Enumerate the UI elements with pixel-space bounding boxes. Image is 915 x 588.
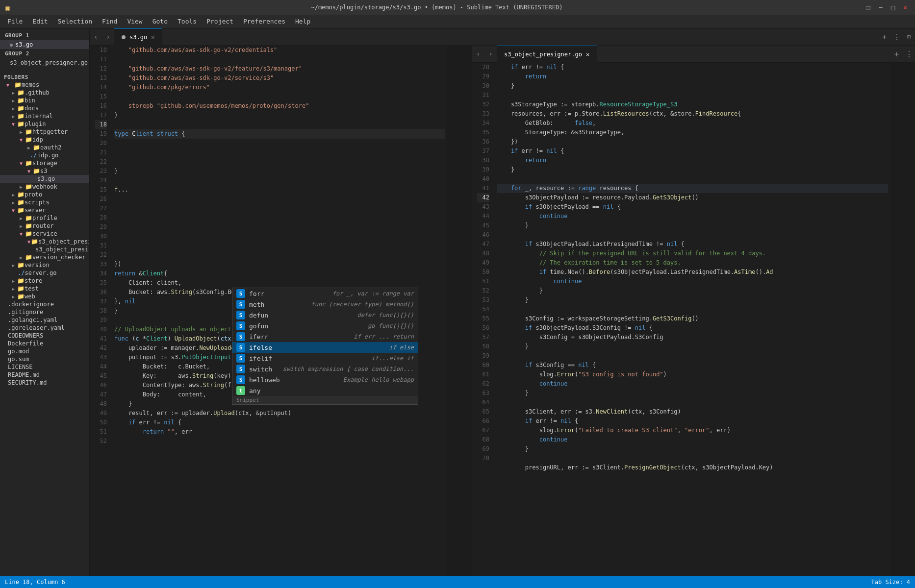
folder-arrow: ▶ [12,200,15,205]
folder-version[interactable]: ▶ 📁 version [0,261,89,269]
right-tab-presigner[interactable]: s3_object_presigner.go ✕ [497,46,597,63]
code-line [497,454,888,463]
split-editor-button[interactable]: ⊞ [903,28,915,46]
line-num: 42 [477,193,489,202]
file-gosum[interactable]: go.sum [0,355,89,363]
folder-s3[interactable]: ▼ 📁 s3 [0,167,89,175]
code-line: } [114,167,445,176]
right-new-tab[interactable]: + [890,46,903,63]
line-num: 52 [477,286,489,295]
code-content-left[interactable]: "github.com/aws/aws-sdk-go-v2/credential… [112,46,447,576]
file-readme[interactable]: README.md [0,371,89,379]
group2-file-presigner[interactable]: s3_object_presigner.go [0,58,89,67]
folder-server[interactable]: ▼ 📁 server [0,206,89,214]
ac-item-meth[interactable]: S meth func (receiver type) method() [232,299,418,310]
right-tab-list[interactable]: ⋮ [903,46,915,63]
minimize-button[interactable]: − [876,2,886,12]
file-s3go[interactable]: s3.go [0,175,89,183]
tab-nav-left[interactable]: ‹ [90,28,102,46]
ac-item-iferr[interactable]: S iferr if err ... return [232,331,418,342]
menu-goto[interactable]: Goto [148,16,173,27]
folder-profile[interactable]: ▶ 📁 profile [0,214,89,222]
menu-project[interactable]: Project [202,16,238,27]
folder-arrow: ▶ [20,129,23,135]
ac-item-defun[interactable]: S defun defer func(){}() [232,310,418,320]
menu-edit[interactable]: Edit [27,16,52,27]
ac-item-switch[interactable]: S switch switch expression { case condit… [232,364,418,374]
restore-button[interactable]: ❐ [864,2,873,12]
ac-item-ifelse[interactable]: S ifelse if else [232,342,418,353]
group1-label[interactable]: GROUP 1 [0,31,89,40]
folder-storage[interactable]: ▼ 📁 storage [0,159,89,167]
ac-item-forr[interactable]: S forr for _, var := range var [232,288,418,299]
file-license[interactable]: LICENSE [0,363,89,371]
tab-nav-right[interactable]: › [102,28,114,46]
code-line: }) [114,260,445,269]
group2-label[interactable]: GROUP 2 [0,49,89,58]
folder-arrow: ▶ [20,223,23,229]
folder-memos[interactable]: ▼ 📁 memos [0,81,89,89]
menu-help[interactable]: Help [290,16,315,27]
folder-scripts[interactable]: ▶ 📁 scripts [0,198,89,206]
folder-docs[interactable]: ▶ 📁 docs [0,104,89,112]
folder-s3presigner[interactable]: ▼ 📁 s3_object_presigner [0,238,89,245]
right-tab-nav-left[interactable]: ‹ [472,46,484,63]
new-tab-button[interactable]: + [878,28,890,46]
close-button[interactable]: × [900,2,910,12]
folder-oauth2[interactable]: ▶ 📁 oauth2 [0,144,89,151]
right-code-content[interactable]: if err != nil { return } s3StorageType :… [494,63,890,576]
file-gomod[interactable]: go.mod [0,347,89,355]
folder-internal[interactable]: ▶ 📁 internal [0,112,89,120]
ac-item-helloweb[interactable]: S helloweb Example hello webapp [232,374,418,385]
menu-selection[interactable]: Selection [53,16,97,27]
menu-tools[interactable]: Tools [173,16,202,27]
folder-proto[interactable]: ▶ 📁 proto [0,191,89,198]
tab-s3go[interactable]: s3.go ✕ [114,28,162,46]
line-num: 41 [477,184,489,193]
file-codeowners[interactable]: CODEOWNERS [0,332,89,340]
folder-version-checker[interactable]: ▶ 📁 version_checker [0,253,89,261]
group1-file-s3go[interactable]: ● s3.go [0,40,89,49]
folder-webhook[interactable]: ▶ 📁 webhook [0,183,89,191]
file-goreleaser[interactable]: .goreleaser.yaml [0,324,89,332]
ac-item-gofun[interactable]: S gofun go func(){}() [232,320,418,331]
folder-bin[interactable]: ▶ 📁 bin [0,97,89,104]
folder-test[interactable]: ▶ 📁 test [0,285,89,293]
folder-service[interactable]: ▼ 📁 service [0,230,89,238]
file-idpgo[interactable]: ./ idp.go [0,151,89,159]
file-gitignore[interactable]: .gitignore [0,308,89,316]
folder-router[interactable]: ▶ 📁 router [0,222,89,230]
menu-preferences[interactable]: Preferences [238,16,290,27]
status-tab-size[interactable]: Tab Size: 4 [871,579,910,586]
folder-httpgetter[interactable]: ▶ 📁 httpgetter [0,128,89,136]
folder-store[interactable]: ▶ 📁 store [0,277,89,285]
code-line-active: type Client struct { [114,129,445,139]
tab-close-button[interactable]: ✕ [151,34,154,41]
code-line: if err != nil { [114,418,445,427]
code-line: } [497,389,888,398]
left-code-area[interactable]: 10 11 12 13 14 15 16 17 18 19 20 21 22 2… [90,46,472,576]
menu-file[interactable]: File [2,16,27,27]
tab-list-button[interactable]: ⋮ [890,28,903,46]
right-tabbar-actions: + ⋮ [890,46,915,63]
file-dockerignore[interactable]: .dockerignore [0,300,89,308]
file-golangci[interactable]: .golangci.yaml [0,316,89,324]
file-presigner[interactable]: s3_object_presigner.go [0,245,89,253]
right-code-area[interactable]: 28 29 30 31 32 33 34 35 36 37 38 39 40 4… [472,63,915,576]
file-security[interactable]: SECURITY.md [0,379,89,387]
folder-plugin[interactable]: ▼ 📁 plugin [0,120,89,128]
line-num: 13 [95,74,107,83]
folder-web[interactable]: ▶ 📁 web [0,293,89,300]
ac-item-any[interactable]: t any [232,385,418,396]
folder-idp[interactable]: ▼ 📁 idp [0,136,89,144]
menu-view[interactable]: View [122,16,147,27]
ac-item-ifelif[interactable]: S ifelif if...else if [232,353,418,364]
maximize-button[interactable]: □ [888,2,898,12]
file-servergo[interactable]: ./ server.go [0,269,89,277]
statusbar: Line 18, Column 6 Tab Size: 4 [0,576,915,588]
right-tab-nav-right[interactable]: › [484,46,497,63]
right-tab-close[interactable]: ✕ [586,51,589,58]
file-dockerfile[interactable]: Dockerfile [0,340,89,347]
folder-github[interactable]: ▶ 📁 .github [0,89,89,97]
menu-find[interactable]: Find [97,16,122,27]
